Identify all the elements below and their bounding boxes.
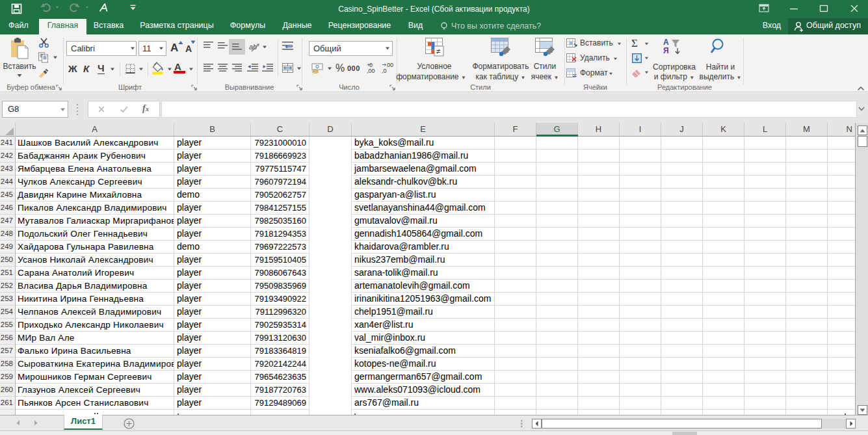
svg-text:≠: ≠ [436, 47, 441, 56]
svg-text:0: 0 [369, 62, 373, 68]
svg-text:00: 00 [387, 62, 393, 68]
svg-text:А: А [663, 38, 669, 47]
svg-text:,0: ,0 [382, 68, 387, 73]
svg-text:,00: ,00 [367, 68, 375, 73]
svg-text:Я: Я [663, 46, 669, 55]
